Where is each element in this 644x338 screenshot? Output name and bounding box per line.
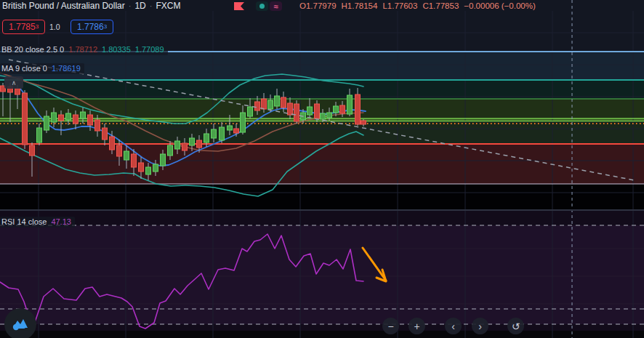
tradingview-logo-icon [11,316,30,332]
symbol-titlebar[interactable]: British Pound / Australian Dollar · 1D ·… [2,1,180,11]
ohlc-close: C1.77853 [422,1,459,10]
title-separator: · [129,1,132,10]
ohlc-open: O1.77979 [299,1,337,10]
bb-upper-value: 1.80335 [102,45,131,54]
ohlc-readout: O1.77979 H1.78154 L1.77603 C1.77853 −0.0… [299,1,536,10]
scroll-right-button[interactable]: › [472,318,488,334]
chart-window: British Pound / Australian Dollar · 1D ·… [0,0,644,338]
scroll-left-button[interactable]: ‹ [445,318,462,334]
ask-price: 1.7786 [77,22,104,32]
ohlc-low: L1.77603 [382,1,417,10]
ohlc-high: H1.78154 [342,1,378,10]
zoom-out-icon: − [387,321,393,332]
bb-label: BB 20 close 2.5 0 [1,45,64,54]
collapse-legends-button[interactable]: ∧ [4,76,23,89]
zoom-in-icon: + [414,321,419,332]
exchange-label[interactable]: FXCM [156,1,180,11]
ohlc-change: −0.00006 (−0.00%) [464,1,535,10]
scroll-left-icon: ‹ [451,321,455,332]
bid-price: 1.7785 [9,22,36,32]
spread-value: 1.0 [49,23,60,31]
zoom-in-button[interactable]: + [408,318,425,334]
bb-basis-value: 1.78712 [68,45,97,54]
zoom-out-button[interactable]: − [382,318,399,334]
buy-price-button[interactable]: 1.77863 [71,20,113,34]
reset-chart-icon: ↺ [512,321,520,332]
flag-icon[interactable] [234,2,244,10]
market-status-chip[interactable] [256,1,268,11]
rsi-indicator-legend[interactable]: RSI 14 close 47.13 [0,217,75,228]
bb-lower-value: 1.77089 [135,45,164,54]
bb-indicator-legend[interactable]: BB 20 close 2.5 0 1.78712 1.80335 1.7708… [0,44,168,55]
rsi-value: 47.13 [51,217,71,226]
title-separator: · [150,1,153,10]
chevron-up-icon: ∧ [12,79,17,86]
ma-label: MA 9 close 0 [1,64,47,73]
rsi-label: RSI 14 close [1,217,47,226]
tradingview-logo-button[interactable] [4,308,36,338]
status-dot-icon [259,4,265,9]
approx-price-chip[interactable]: ≈ [270,1,282,11]
interval-label[interactable]: 1D [134,1,145,11]
approx-icon: ≈ [273,2,278,11]
symbol-name[interactable]: British Pound / Australian Dollar [2,1,125,11]
reset-chart-button[interactable]: ↺ [507,318,524,334]
ma-indicator-legend[interactable]: MA 9 close 0 1.78619 [0,63,84,74]
ma-value: 1.78619 [52,64,81,73]
sell-price-button[interactable]: 1.77853 [2,20,45,34]
scroll-right-icon: › [478,321,482,332]
